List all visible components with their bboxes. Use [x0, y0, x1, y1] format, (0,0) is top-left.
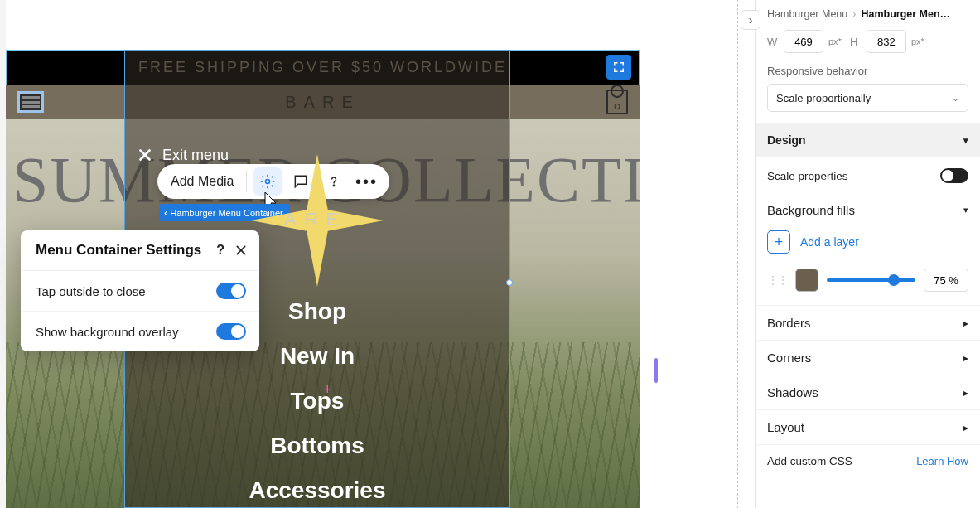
width-unit: px*	[828, 36, 842, 46]
shadows-row[interactable]: Shadows ▸	[756, 375, 980, 409]
custom-css-row: Add custom CSS Learn How	[756, 444, 980, 477]
site-header: BARE	[6, 85, 640, 119]
menu-brand-text: ARE	[284, 209, 346, 230]
vertical-guide	[737, 0, 738, 508]
height-control: H px*	[850, 30, 924, 53]
plus-icon: +	[767, 230, 790, 254]
show-overlay-toggle[interactable]	[216, 323, 246, 340]
popup-close-button[interactable]	[234, 244, 248, 257]
background-fills-header[interactable]: Background fills ▾	[756, 195, 980, 225]
menu-item-tops[interactable]: Tops	[291, 388, 345, 414]
exit-menu-label: Exit menu	[162, 147, 229, 164]
chevron-down-icon: ▾	[963, 205, 968, 215]
add-layer-button[interactable]: + Add a layer	[756, 225, 980, 265]
page-indicator	[654, 358, 658, 383]
menu-item-shop[interactable]: Shop	[288, 298, 346, 325]
scale-properties-row: Scale properties	[756, 157, 980, 195]
menu-item-accessories[interactable]: Accessories	[249, 477, 385, 504]
width-label: W	[767, 36, 779, 48]
toolbar-sep	[246, 171, 247, 192]
borders-row[interactable]: Borders ▸	[756, 305, 980, 340]
breadcrumb-separator: ›	[852, 8, 856, 20]
menu-item-new-in[interactable]: New In	[280, 343, 355, 370]
add-layer-label: Add a layer	[800, 235, 859, 249]
opacity-input[interactable]	[924, 269, 968, 292]
tap-outside-row: Tap outside to close	[21, 271, 259, 311]
site-brand: BARE	[285, 93, 360, 112]
announcement-text: FREE SHIPPING OVER $50 WORLDWIDE	[138, 59, 507, 76]
responsive-label: Responsive behavior	[756, 65, 980, 84]
design-label: Design	[767, 133, 806, 147]
cart-icon[interactable]	[606, 90, 628, 114]
chevron-right-icon: ▸	[963, 317, 968, 329]
borders-label: Borders	[767, 316, 811, 330]
responsive-value: Scale proportionally	[776, 92, 871, 104]
learn-how-link[interactable]: Learn How	[916, 455, 968, 467]
height-unit: px*	[911, 36, 924, 46]
chevron-right-icon: ▸	[963, 422, 968, 433]
popup-help-button[interactable]: ?	[216, 243, 224, 258]
chevron-right-icon: ▸	[963, 352, 968, 364]
show-overlay-label: Show background overlay	[36, 325, 179, 339]
breadcrumb-current: Hamburger Men…	[861, 8, 950, 20]
close-icon	[136, 146, 154, 164]
popup-title: Menu Container Settings	[36, 242, 201, 259]
hamburger-button[interactable]	[17, 91, 44, 113]
drag-handle-icon[interactable]: ⋮⋮	[767, 273, 787, 287]
announcement-bar: FREE SHIPPING OVER $50 WORLDWIDE	[6, 50, 640, 85]
breadcrumb-parent[interactable]: Hamburger Menu	[767, 8, 847, 20]
expand-button[interactable]	[606, 55, 631, 80]
scale-properties-label: Scale properties	[767, 170, 848, 182]
frame-top-gap	[6, 0, 640, 50]
menu-container-settings-popup: Menu Container Settings ? Tap outside to…	[21, 230, 259, 351]
popup-header: Menu Container Settings ?	[21, 230, 259, 271]
inspector-panel: › Hamburger Menu › Hamburger Men… W px* …	[755, 0, 980, 508]
opacity-slider[interactable]	[827, 278, 915, 282]
add-marker-icon: +	[323, 381, 332, 399]
breadcrumb: Hamburger Menu › Hamburger Men…	[756, 0, 980, 25]
chevron-down-icon: ⌄	[952, 93, 959, 104]
shadows-label: Shadows	[767, 385, 818, 399]
width-input[interactable]	[784, 30, 823, 53]
height-input[interactable]	[867, 30, 906, 53]
collapse-panel-button[interactable]: ›	[741, 10, 760, 30]
show-overlay-row: Show background overlay	[21, 311, 259, 351]
color-swatch[interactable]	[795, 269, 818, 292]
corners-row[interactable]: Corners ▸	[756, 340, 980, 375]
tap-outside-toggle[interactable]	[216, 283, 246, 299]
width-control: W px*	[767, 30, 842, 53]
layout-label: Layout	[767, 420, 804, 434]
background-fills-label: Background fills	[767, 203, 855, 217]
chevron-down-icon: ▾	[963, 135, 968, 146]
menu-item-bottoms[interactable]: Bottoms	[270, 433, 364, 459]
add-media-button[interactable]: Add Media	[171, 174, 239, 189]
responsive-select[interactable]: Scale proportionally ⌄	[767, 84, 968, 112]
chevron-right-icon: ▸	[963, 387, 968, 399]
tap-outside-label: Tap outside to close	[36, 284, 146, 298]
height-label: H	[850, 36, 862, 48]
exit-menu-button[interactable]: Exit menu	[136, 146, 229, 164]
expand-icon	[611, 60, 626, 75]
dimensions-row: W px* H px*	[756, 25, 980, 65]
corners-label: Corners	[767, 351, 811, 365]
fill-layer-row: ⋮⋮	[756, 265, 980, 305]
design-accordion-header[interactable]: Design ▾	[756, 123, 980, 157]
custom-css-label: Add custom CSS	[767, 455, 852, 467]
layout-row[interactable]: Layout ▸	[756, 409, 980, 444]
scale-properties-toggle[interactable]	[940, 168, 968, 183]
